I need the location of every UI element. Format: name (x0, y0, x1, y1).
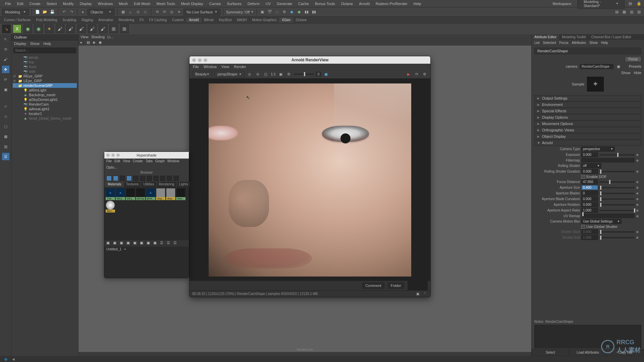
hs-menu-create[interactable]: Create (133, 159, 143, 163)
menu-cache[interactable]: Cache (295, 2, 312, 6)
open-scene-icon[interactable]: 📂 (42, 9, 48, 15)
shelf-tab[interactable]: Sculpting (60, 17, 79, 22)
snap-grid-icon[interactable]: ▦ (120, 9, 126, 15)
lock-icon[interactable]: 🔒 (636, 1, 642, 7)
shelf-tab[interactable]: Octane (293, 17, 309, 22)
tree-item-arealight[interactable]: 💡aiAreaLight1 (13, 107, 77, 111)
uv-remap-slot[interactable] (581, 214, 635, 218)
rolling-shutter-dropdown[interactable]: off▼ (581, 163, 601, 168)
hs-tab-rendering[interactable]: Rendering (157, 182, 176, 187)
hs-add-tab[interactable]: + (124, 247, 126, 251)
fit-icon[interactable]: ▣ (278, 71, 284, 77)
tree-item-top[interactable]: 📷top (13, 60, 77, 64)
layout-two-icon[interactable]: ▥ (2, 143, 9, 150)
material-swatch[interactable]: lam... (106, 201, 115, 213)
hs-bottom-icon[interactable]: ☰ (160, 241, 165, 246)
aperture-rot-input[interactable]: 0.000 (581, 202, 598, 207)
crop-icon[interactable]: ◫ (263, 71, 269, 77)
tree-item-persp[interactable]: 📷persp (13, 55, 77, 60)
menu-edit-mesh[interactable]: Edit Mesh (131, 2, 153, 6)
shelf-xgen-icon[interactable]: X (13, 24, 21, 33)
hs-bottom-icon[interactable]: ☰ (173, 241, 179, 246)
toggle-pause-icon[interactable]: ▮▮ (304, 9, 310, 15)
hs-bottom-icon[interactable]: ▣ (113, 241, 118, 246)
lasso-tool-icon[interactable]: ⟲ (2, 46, 9, 53)
exposure-slider[interactable] (294, 73, 314, 75)
menu-create[interactable]: Create (26, 2, 44, 6)
close-icon[interactable] (192, 58, 196, 62)
hs-tab-utilities[interactable]: Utilities (141, 182, 156, 187)
camera-type-dropdown[interactable]: perspective▼ (581, 146, 615, 152)
shelf-tab[interactable]: FX Caching (147, 17, 169, 22)
vp-icon[interactable]: ▤ (87, 40, 91, 45)
focus-button[interactable]: Focus (625, 56, 641, 62)
shelf-tool-icon[interactable]: 🖌 (66, 24, 75, 33)
pin-icon[interactable]: ◈ (636, 185, 640, 190)
ae-section[interactable]: ▶Output Settings (534, 95, 641, 101)
rv-menu-window[interactable]: Window (204, 65, 217, 69)
pin-icon[interactable]: ◈ (636, 169, 640, 174)
region-icon[interactable]: ⊖ (255, 71, 261, 77)
outliner-menu-display[interactable]: Display (14, 42, 26, 46)
tree-item-skydome[interactable]: 💡aiSkyDomeLight1 (13, 97, 77, 102)
menu-deform[interactable]: Deform (245, 2, 263, 6)
aperture-aspect-input[interactable]: 1.000 (581, 208, 598, 213)
axis-icon[interactable]: ⊹ (2, 103, 9, 110)
aperture-size-slider[interactable] (599, 187, 635, 188)
material-swatch[interactable]: disp... (156, 188, 165, 200)
menu-help[interactable]: Help (411, 2, 424, 6)
ae-section-arnold[interactable]: ▼Arnold (534, 140, 641, 146)
hs-bottom-icon[interactable]: ▣ (120, 241, 125, 246)
pin-icon[interactable]: ◈ (636, 202, 640, 207)
render-settings-icon[interactable]: ⚙ (422, 71, 428, 77)
menu-radeon[interactable]: Radeon ProRender (373, 2, 411, 6)
shelf-tool-icon[interactable]: 🖌 (77, 24, 86, 33)
ae-menu-selected[interactable]: Selected (543, 41, 556, 45)
menu-edit[interactable]: Edit (14, 2, 26, 6)
rotate-tool-icon[interactable]: ⟳ (2, 76, 9, 83)
material-swatch[interactable]: aiGray (136, 188, 145, 200)
hs-bottom-icon[interactable]: ☰ (167, 241, 172, 246)
tab-attribute-editor[interactable]: Attribute Editor (532, 34, 559, 40)
hs-menu-tabs[interactable]: Tabs (146, 159, 153, 163)
ae-section[interactable]: ▶Object Display (534, 133, 641, 139)
menu-modify[interactable]: Modify (60, 2, 76, 6)
tree-item-rendercam[interactable]: 📷RenderCam (13, 102, 77, 107)
exposure-value[interactable]: 0 (316, 72, 321, 76)
hs-icon[interactable] (126, 176, 132, 181)
menu-display[interactable]: Display (77, 2, 95, 6)
hs-icon[interactable] (140, 176, 145, 181)
gear-icon[interactable]: ⚙ (286, 71, 292, 77)
outliner-search-input[interactable] (13, 48, 76, 53)
pin-icon[interactable]: ◈ (636, 191, 640, 195)
undo-icon[interactable]: ↶ (61, 9, 67, 15)
filtermap-slot[interactable] (581, 158, 635, 163)
panel-layout4-icon[interactable]: ▧ (636, 9, 642, 15)
shelf-tab[interactable]: Bifrost (201, 17, 216, 22)
log-icon[interactable]: ▣ (323, 71, 329, 77)
motion-blur-dropdown[interactable]: Use Global Settings▼ (581, 219, 622, 224)
shelf-tool-icon[interactable]: ⊞ (109, 24, 118, 33)
stop-render-icon[interactable]: ▶ (406, 71, 412, 77)
pin-icon[interactable]: ◈ (636, 208, 640, 213)
live-surface-dropdown[interactable]: No Live Surface▼ (183, 9, 220, 15)
outliner-menu-show[interactable]: Show (30, 42, 40, 46)
show-button[interactable]: Show (621, 71, 631, 75)
shelf-tab[interactable]: Poly Modeling (33, 17, 60, 22)
tab-modeling-toolkit[interactable]: Modeling Toolkit (559, 34, 589, 40)
hs-bottom-icon[interactable]: ▣ (153, 241, 159, 246)
tree-item-head-mesh[interactable]: ◈head_Detail_Demo_mesh (13, 116, 77, 121)
menu-arnold[interactable]: Arnold (356, 2, 373, 6)
map-icon[interactable]: ◈ (636, 158, 640, 163)
tree-item-rimlight[interactable]: 💡aiRimLight (13, 88, 77, 93)
menu-surfaces[interactable]: Surfaces (224, 2, 245, 6)
snap-point-icon[interactable]: ⊙ (135, 9, 141, 15)
panel-layout1-icon[interactable]: ▤ (614, 9, 620, 15)
paint-select-icon[interactable]: 🖌 (2, 56, 9, 63)
hs-icon[interactable] (147, 176, 152, 181)
tree-item-side[interactable]: 📷side (13, 69, 77, 74)
ipr-icon[interactable]: 🎥 (274, 9, 280, 15)
tree-item-front[interactable]: 📷front (13, 64, 77, 69)
menu-generate[interactable]: Generate (274, 2, 295, 6)
hypershade-titlebar[interactable]: Hypershade (104, 152, 189, 159)
